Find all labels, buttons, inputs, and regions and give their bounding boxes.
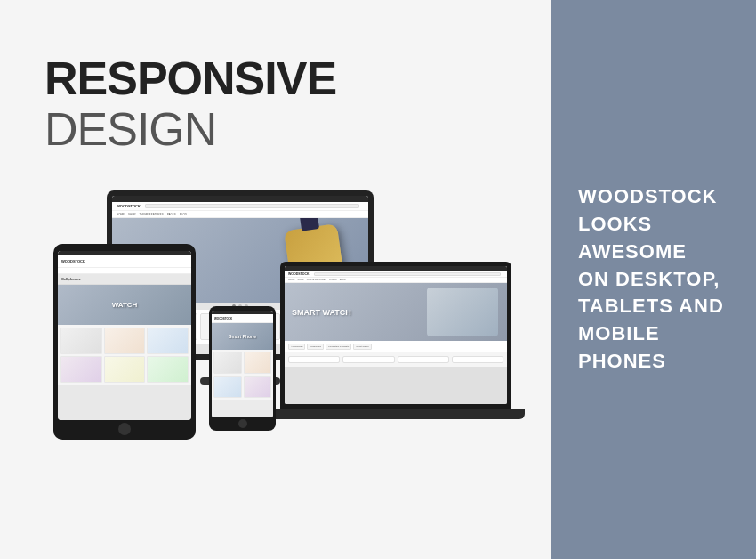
- l-tabs: Accessories Cellphones Computers & Table…: [285, 341, 507, 352]
- l-hero-text: SMART WATCH: [292, 308, 351, 317]
- tablet-product-6: [147, 356, 189, 383]
- headline-bold: RESPONSIVE: [44, 53, 336, 104]
- p-hero-title: Smart Phone: [229, 334, 256, 339]
- l-cat-2: [342, 356, 394, 363]
- phone-device: WOODSTOCK Smart Phone: [209, 306, 276, 431]
- d-topbar: [112, 196, 368, 202]
- l-nav-blog: BLOG: [340, 279, 346, 281]
- l-nav-pages: PAGES: [329, 279, 336, 281]
- l-nav-shop: SHOP: [298, 279, 304, 281]
- d-navbar: WOODSTOCK: [112, 202, 368, 211]
- tablet-screen-content: WOODSTOCK Cellphones WATCH: [58, 251, 191, 420]
- phone-product-3: [213, 376, 242, 398]
- l-hero: SMART WATCH: [285, 283, 507, 341]
- headline: RESPONSIVE DESIGN: [44, 53, 516, 155]
- tagline-line2: LOOKS AWESOME: [578, 211, 729, 266]
- watch-band-top: [300, 218, 319, 231]
- t-logo-area: WOODSTOCK: [58, 255, 191, 268]
- p-logo: WOODSTOCK: [214, 317, 232, 320]
- p-logo-area: WOODSTOCK: [212, 314, 273, 323]
- l-cat-4: [452, 356, 503, 363]
- l-navbar: WOODSTOCK: [285, 271, 507, 278]
- laptop-screen-content: WOODSTOCK HOME SHOP THEME FEATURES PAGES…: [285, 266, 507, 404]
- p-hero: Smart Phone: [212, 323, 273, 350]
- l-tab-smartwatch: Smart Watch: [353, 344, 371, 350]
- tagline-line4: TABLETS AND: [578, 293, 729, 320]
- d-nav-theme: THEME FEATURES: [140, 213, 164, 216]
- l-tab-accessories: Accessories: [288, 344, 305, 350]
- tablet-device: WOODSTOCK Cellphones WATCH: [53, 244, 196, 440]
- l-nav-home: HOME: [288, 279, 295, 281]
- tablet-home-button: [118, 423, 131, 435]
- l-hero-image: [427, 288, 498, 336]
- main-container: RESPONSIVE DESIGN WOODSTOCK: [0, 0, 756, 559]
- phone-products: [212, 350, 273, 400]
- tagline-line5: MOBILE PHONES: [578, 320, 729, 376]
- headline-light: DESIGN: [44, 103, 216, 155]
- d-nav-home: HOME: [117, 213, 125, 216]
- tablet-product-4: [60, 356, 102, 383]
- laptop-screen-wrap: WOODSTOCK HOME SHOP THEME FEATURES PAGES…: [280, 262, 511, 409]
- laptop-device: WOODSTOCK HOME SHOP THEME FEATURES PAGES…: [267, 262, 525, 440]
- tablet-products: [58, 325, 191, 385]
- phone-product-4: [244, 376, 272, 398]
- phone-screen-content: WOODSTOCK Smart Phone: [212, 311, 273, 417]
- phone-home-button: [238, 419, 247, 428]
- right-section: WOODSTOCK LOOKS AWESOME ON DESKTOP, TABL…: [551, 0, 756, 559]
- phone-product-2: [244, 352, 272, 374]
- t-hero-title: WATCH: [112, 301, 138, 309]
- laptop-base: [267, 409, 525, 419]
- d-nav2: HOME SHOP THEME FEATURES PAGES BLOG: [112, 211, 368, 218]
- l-nav-theme: THEME FEATURES: [307, 279, 327, 281]
- tagline: WOODSTOCK LOOKS AWESOME ON DESKTOP, TABL…: [578, 183, 729, 376]
- l-logo: WOODSTOCK: [288, 272, 309, 276]
- tablet-screen: WOODSTOCK Cellphones WATCH: [58, 251, 191, 420]
- l-categories: [285, 352, 507, 367]
- devices-area: WOODSTOCK HOME SHOP THEME FEATURES PAGES…: [44, 190, 516, 541]
- l-search: [314, 272, 501, 276]
- tablet-product-3: [147, 328, 189, 354]
- t-nav: [58, 268, 191, 274]
- tablet-product-1: [60, 328, 102, 354]
- t-hero: WATCH: [58, 285, 191, 325]
- phone-product-1: [213, 352, 242, 374]
- d-nav-pages: PAGES: [167, 213, 176, 216]
- l-tab-computers: Computers & Tablets: [326, 344, 351, 350]
- tagline-line3: ON DESKTOP,: [578, 266, 729, 294]
- l-tab-cellphones: Cellphones: [307, 344, 324, 350]
- l-hero-title: SMART WATCH: [292, 308, 351, 317]
- d-nav-shop: SHOP: [128, 213, 136, 216]
- t-logo: WOODSTOCK: [61, 259, 85, 263]
- laptop-screen: WOODSTOCK HOME SHOP THEME FEATURES PAGES…: [285, 266, 507, 404]
- left-section: RESPONSIVE DESIGN WOODSTOCK: [0, 0, 551, 559]
- l-cat-3: [398, 356, 449, 363]
- tablet-product-2: [104, 328, 146, 354]
- d-nav-blog: BLOG: [180, 213, 187, 216]
- tablet-section-label: Cellphones: [58, 274, 191, 285]
- tablet-product-5: [104, 356, 146, 383]
- d-search: [145, 204, 359, 208]
- d-logo: WOODSTOCK: [117, 204, 141, 208]
- l-cat-1: [288, 356, 340, 363]
- phone-screen: WOODSTOCK Smart Phone: [212, 311, 273, 417]
- tagline-line1: WOODSTOCK: [578, 183, 729, 211]
